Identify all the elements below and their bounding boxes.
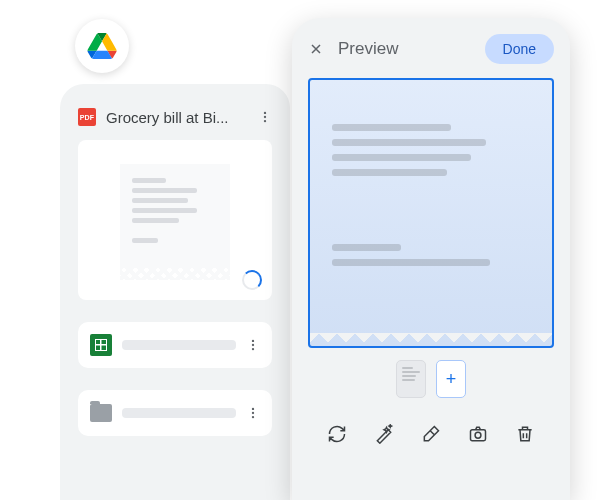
erase-button[interactable] xyxy=(417,420,445,448)
pdf-icon: PDF xyxy=(78,108,96,126)
camera-button[interactable] xyxy=(464,420,492,448)
magic-wand-icon xyxy=(374,424,394,444)
auto-enhance-button[interactable] xyxy=(370,420,398,448)
delete-button[interactable] xyxy=(511,420,539,448)
svg-point-6 xyxy=(252,408,254,410)
file-title: Grocery bill at Bi... xyxy=(106,109,248,126)
refresh-icon xyxy=(327,424,347,444)
file-name-placeholder xyxy=(122,340,236,350)
page-thumbnail[interactable] xyxy=(396,360,426,398)
add-page-button[interactable]: + xyxy=(436,360,466,398)
svg-point-8 xyxy=(252,416,254,418)
scan-toolbar xyxy=(308,420,554,448)
svg-point-7 xyxy=(252,412,254,414)
drive-files-panel: PDF Grocery bill at Bi... xyxy=(60,84,290,500)
svg-point-10 xyxy=(475,432,481,438)
retake-button[interactable] xyxy=(323,420,351,448)
svg-point-3 xyxy=(252,340,254,342)
trash-icon xyxy=(515,424,535,444)
receipt-preview xyxy=(120,164,230,274)
scan-crop-area[interactable] xyxy=(308,78,554,348)
svg-point-0 xyxy=(264,112,266,114)
google-drive-icon xyxy=(87,33,117,59)
drive-logo-badge xyxy=(75,19,129,73)
scan-preview-sheet: Preview Done + xyxy=(292,18,570,500)
svg-point-1 xyxy=(264,116,266,118)
file-row-folder[interactable] xyxy=(78,390,272,436)
done-button[interactable]: Done xyxy=(485,34,554,64)
svg-rect-9 xyxy=(470,430,485,441)
file-name-placeholder xyxy=(122,408,236,418)
folder-icon xyxy=(90,404,112,422)
page-thumbnails: + xyxy=(308,360,554,398)
more-icon[interactable] xyxy=(258,110,272,124)
svg-point-4 xyxy=(252,344,254,346)
file-header: PDF Grocery bill at Bi... xyxy=(78,108,272,126)
svg-point-2 xyxy=(264,120,266,122)
close-icon[interactable] xyxy=(308,41,324,57)
camera-icon xyxy=(468,424,488,444)
eraser-icon xyxy=(421,424,441,444)
svg-point-5 xyxy=(252,348,254,350)
preview-title: Preview xyxy=(338,39,471,59)
loading-spinner-icon xyxy=(242,270,262,290)
sheets-icon xyxy=(90,334,112,356)
file-row-sheets[interactable] xyxy=(78,322,272,368)
more-icon[interactable] xyxy=(246,406,260,420)
file-thumbnail[interactable] xyxy=(78,140,272,300)
more-icon[interactable] xyxy=(246,338,260,352)
preview-header: Preview Done xyxy=(308,34,554,64)
